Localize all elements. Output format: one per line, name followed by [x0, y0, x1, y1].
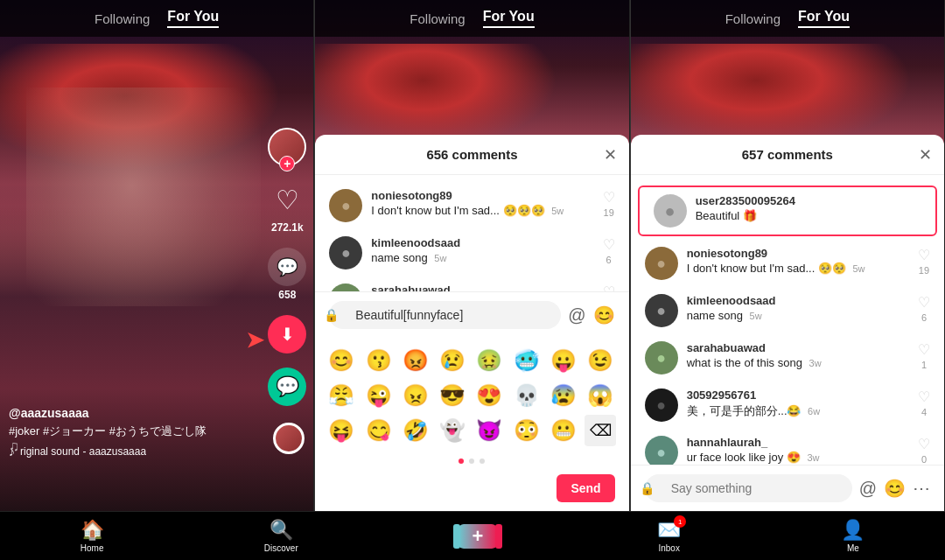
top-nav-panel1: Following For You [0, 0, 313, 37]
side-actions: + ♡ 272.1k 💬 658 ⬇ 💬 [268, 128, 306, 406]
highlighted-comment: ● user283500095264 Beautiful 🎁 [638, 186, 937, 236]
comment-item: ● noniesotong89 I don't know but I'm sad… [315, 182, 628, 229]
comment-like-2[interactable]: ♡ 6 [603, 236, 615, 265]
emoji-grimace[interactable]: 😬 [548, 415, 579, 446]
inbox-badge: ✉️ 1 [657, 519, 681, 542]
nav-foryou-p3[interactable]: For You [798, 9, 850, 28]
nav-foryou-p1[interactable]: For You [167, 9, 219, 28]
message-action[interactable]: 💬 [268, 368, 306, 406]
dot-1[interactable] [458, 458, 464, 464]
at-mention-btn-3[interactable]: @ [859, 479, 877, 499]
like-action[interactable]: ♡ 272.1k [268, 180, 306, 234]
emoji-cool[interactable]: 😎 [437, 380, 468, 411]
follow-plus-btn[interactable]: + [279, 156, 295, 172]
comment-text-1: I don't know but I'm sad... 🥺🥺🥺 5w [371, 204, 593, 217]
emoji-delete-btn[interactable]: ⌫ [584, 415, 616, 446]
comment-like-p3-2[interactable]: ♡ 6 [918, 294, 930, 323]
message-icon: 💬 [268, 368, 306, 406]
emoji-kiss[interactable]: 😗 [363, 345, 395, 376]
comment-like-p3-1[interactable]: ♡ 19 [918, 247, 930, 276]
comment-username-3: sarahabuawad [371, 284, 593, 291]
at-mention-btn[interactable]: @ [568, 305, 585, 326]
comment-input-3[interactable] [645, 474, 852, 502]
comment-like-p3-4[interactable]: ♡ 4 [918, 388, 930, 417]
emoji-wacky[interactable]: 😜 [363, 380, 395, 411]
emoji-smile[interactable]: 😊 [326, 345, 357, 376]
emoji-sick[interactable]: 🤢 [473, 345, 505, 376]
comment-like-p3-5[interactable]: ♡ 0 [918, 436, 930, 465]
send-comment-btn[interactable]: Send [556, 474, 614, 502]
emoji-rofl[interactable]: 🤣 [400, 415, 431, 446]
emoji-tongue[interactable]: 😛 [548, 345, 579, 376]
nav-inbox[interactable]: ✉️ 1 Inbox [650, 515, 688, 556]
emoji-yum[interactable]: 😋 [363, 415, 395, 446]
discover-label: Discover [264, 543, 298, 553]
comment-icon: 💬 [268, 248, 306, 286]
comments-panel-3: 657 comments ✕ ● user283500095264 Beauti… [631, 135, 944, 511]
video-info: @aaazusaaaa #joker #ジョーカー #おうちで過ごし隊 ♪ ri… [9, 406, 261, 458]
comment-like-p3-3[interactable]: ♡ 1 [918, 341, 930, 370]
comment-avatar-1: ● [329, 189, 362, 222]
emoji-flushed[interactable]: 😳 [511, 415, 542, 446]
nav-foryou-p2[interactable]: For You [483, 9, 535, 28]
sound-info: ♪ riginal sound - aaazusaaaa [9, 444, 261, 458]
emoji-mad[interactable]: 😠 [400, 380, 431, 411]
bottom-navigation: 🏠 Home 🔍 Discover + ✉️ 1 Inbox 👤 Me [0, 511, 945, 560]
comments-header-3: 657 comments ✕ [631, 135, 944, 175]
share-action[interactable]: ⬇ [268, 315, 306, 354]
close-comments-btn-2[interactable]: ✕ [604, 145, 617, 164]
emoji-open-btn[interactable]: 😊 [593, 304, 615, 326]
nav-me[interactable]: 👤 Me [834, 515, 872, 556]
comment-item: ● hannahlaurah_ ur face look like joy 😍 … [631, 429, 944, 465]
emoji-squint-tongue[interactable]: 😝 [326, 415, 357, 446]
comment-avatar-p3-4: ● [645, 388, 678, 422]
comment-action[interactable]: 💬 658 [268, 248, 306, 301]
comment-username-1: noniesotong89 [371, 189, 593, 202]
comment-content-p3-2: kimleenoodsaad name song 5w [687, 294, 909, 322]
comments-count: 658 [278, 289, 296, 301]
highlighted-avatar: ● [654, 194, 687, 228]
panel-comments-emoji: Following For You 656 comments ✕ ● nonie… [315, 0, 629, 511]
close-comments-btn-3[interactable]: ✕ [919, 145, 932, 164]
nav-discover[interactable]: 🔍 Discover [257, 515, 305, 556]
more-btn-3[interactable]: ⋯ [913, 478, 930, 499]
comment-avatar-p3-3: ● [645, 341, 678, 374]
emoji-cold[interactable]: 🥶 [511, 345, 542, 376]
emoji-sweat[interactable]: 😰 [548, 380, 579, 411]
nav-create[interactable]: + [452, 521, 504, 552]
nav-following-p1[interactable]: Following [94, 11, 150, 26]
discover-icon: 🔍 [270, 519, 293, 542]
comment-text-p3-2: name song 5w [687, 309, 909, 322]
comment-item: ● 30592956761 美，可是手的部分...😂 6w ♡ 4 [631, 382, 944, 429]
emoji-skull[interactable]: 💀 [511, 380, 542, 411]
emoji-angry[interactable]: 😡 [400, 345, 431, 376]
comments-panel-2: 656 comments ✕ ● noniesotong89 I don't k… [315, 135, 628, 511]
comment-like-3[interactable]: ♡ [603, 284, 615, 291]
dot-3[interactable] [480, 458, 485, 464]
emoji-devil[interactable]: 😈 [473, 415, 505, 446]
panel-comments-highlighted: Following For You @5... © 657 comments ✕… [631, 0, 945, 511]
emoji-heart-eyes[interactable]: 😍 [473, 380, 505, 411]
comment-like-1[interactable]: ♡ 19 [603, 189, 615, 218]
create-plus-btn[interactable]: + [458, 524, 497, 549]
home-icon: 🏠 [80, 519, 104, 542]
emoji-scream[interactable]: 😱 [584, 380, 616, 411]
emoji-sad[interactable]: 😢 [437, 345, 468, 376]
comment-username-p3-5: hannahlaurah_ [687, 436, 909, 449]
comment-input-area: 🔒 @ 😊 [315, 291, 628, 338]
emoji-steam[interactable]: 😤 [326, 380, 357, 411]
send-row: Send [315, 469, 628, 511]
comment-avatar-p3-2: ● [645, 294, 678, 327]
creator-avatar[interactable]: + [268, 128, 306, 166]
dot-2[interactable] [469, 458, 474, 464]
nav-following-p2[interactable]: Following [410, 11, 465, 26]
top-nav-panel2: Following For You [315, 0, 628, 37]
comment-content-p3-3: sarahabuawad what is the of this song 3w [687, 341, 909, 369]
emoji-open-btn-3[interactable]: 😊 [884, 478, 906, 499]
emoji-wink[interactable]: 😉 [584, 345, 616, 376]
nav-home[interactable]: 🏠 Home [74, 515, 111, 556]
emoji-ghost[interactable]: 👻 [437, 415, 468, 446]
comment-input[interactable] [329, 301, 561, 329]
nav-following-p3[interactable]: Following [725, 11, 780, 26]
video-hashtags: #joker #ジョーカー #おうちで過ごし隊 [9, 424, 261, 439]
